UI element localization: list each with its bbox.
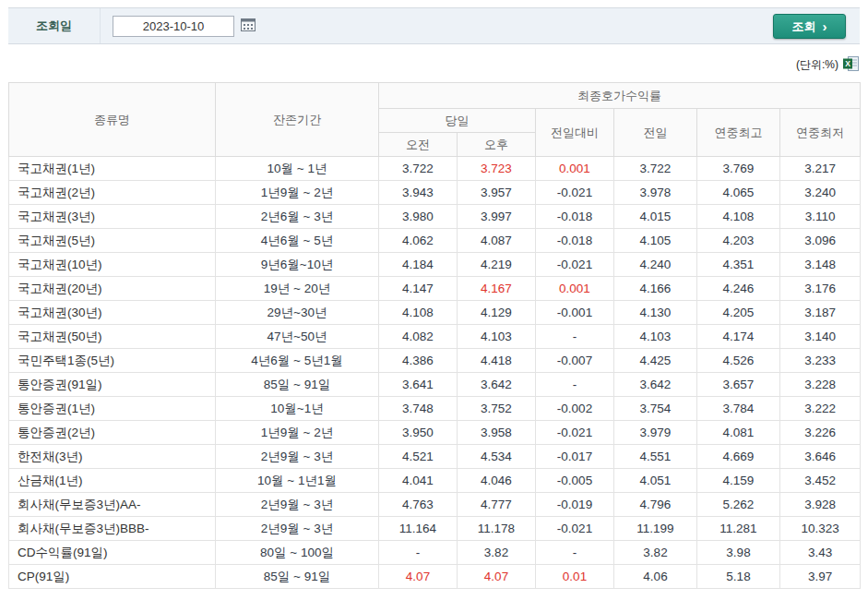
cell-prev-day: 3.82 [614,541,697,565]
calendar-icon [241,18,256,34]
cell-prev-day: 4.240 [614,253,697,277]
cell-pm-yield: 3.958 [458,421,536,445]
cell-am-yield: 11.164 [379,517,458,541]
cell-prev-day: 4.425 [614,349,697,373]
cell-am-yield: 4.07 [379,565,458,589]
table-row: 통안증권(1년)10월~1년3.7483.752-0.0023.7543.784… [9,397,861,421]
cell-am-yield: 3.722 [379,157,458,181]
table-row: 국고채권(10년)9년6월~10년4.1844.219-0.0214.2404.… [9,253,861,277]
col-header-low: 연중최저 [780,109,861,157]
cell-year-high: 4.159 [697,469,780,493]
cell-day-change: -0.021 [536,181,614,205]
cell-year-high: 3.769 [697,157,780,181]
cell-year-high: 11.281 [697,517,780,541]
cell-maturity: 1년9월 ~ 2년 [216,421,379,445]
unit-label: (단위:%) [796,57,838,73]
cell-day-change: -0.007 [536,349,614,373]
cell-prev-day: 4.06 [614,565,697,589]
cell-prev-day: 4.551 [614,445,697,469]
cell-year-high: 3.98 [697,541,780,565]
cell-type-name: 국고채권(3년) [9,205,216,229]
cell-maturity: 2년9월 ~ 3년 [216,517,379,541]
cell-pm-yield: 4.129 [458,301,536,325]
cell-prev-day: 3.979 [614,421,697,445]
table-row: 국민주택1종(5년)4년6월 ~ 5년1월4.3864.418-0.0074.4… [9,349,861,373]
search-button-label: 조회 [792,18,816,35]
cell-year-high: 4.351 [697,253,780,277]
col-header-am: 오전 [379,133,458,157]
cell-prev-day: 3.642 [614,373,697,397]
date-label: 조회일 [8,18,100,34]
cell-prev-day: 4.015 [614,205,697,229]
cell-am-yield: 3.980 [379,205,458,229]
cell-am-yield: 4.386 [379,349,458,373]
col-header-change: 전일대비 [536,109,614,157]
cell-year-low: 3.217 [780,157,861,181]
cell-day-change: - [536,373,614,397]
table-body: 국고채권(1년)10월 ~ 1년3.7223.7230.0013.7223.76… [9,157,861,589]
cell-type-name: 통안증권(91일) [9,373,216,397]
cell-day-change: 0.001 [536,277,614,301]
cell-prev-day: 4.166 [614,277,697,301]
cell-type-name: 국고채권(5년) [9,229,216,253]
yield-table: 종류명 잔존기간 최종호가수익률 당일 전일대비 전일 연중최고 연중최저 오전… [8,82,861,589]
search-button[interactable]: 조회 › [773,14,846,39]
cell-type-name: 국고채권(20년) [9,277,216,301]
cell-day-change: -0.005 [536,469,614,493]
cell-year-low: 3.187 [780,301,861,325]
cell-year-low: 3.452 [780,469,861,493]
cell-day-change: - [536,325,614,349]
cell-day-change: -0.019 [536,493,614,517]
cell-am-yield: 3.748 [379,397,458,421]
cell-year-low: 3.97 [780,565,861,589]
cell-year-high: 4.203 [697,229,780,253]
cell-pm-yield: 3.82 [458,541,536,565]
col-header-today: 당일 [379,109,536,133]
cell-pm-yield: 3.752 [458,397,536,421]
cell-day-change: 0.001 [536,157,614,181]
cell-type-name: 국민주택1종(5년) [9,349,216,373]
cell-day-change: - [536,541,614,565]
toolbar-divider [100,8,101,43]
date-input[interactable] [113,16,234,37]
cell-maturity: 2년9월 ~ 3년 [216,493,379,517]
cell-day-change: -0.021 [536,517,614,541]
cell-maturity: 80일 ~ 100일 [216,541,379,565]
cell-day-change: -0.021 [536,421,614,445]
table-row: 회사채(무보증3년)AA-2년9월 ~ 3년4.7634.777-0.0194.… [9,493,861,517]
cell-year-low: 3.110 [780,205,861,229]
cell-maturity: 85일 ~ 91일 [216,565,379,589]
cell-maturity: 10월~1년 [216,397,379,421]
unit-row: (단위:%) X [9,55,859,74]
table-row: CD수익률(91일)80일 ~ 100일-3.82-3.823.983.43 [9,541,861,565]
cell-year-low: 3.646 [780,445,861,469]
cell-year-high: 4.669 [697,445,780,469]
cell-am-yield: 4.108 [379,301,458,325]
cell-am-yield: 4.062 [379,229,458,253]
cell-pm-yield: 3.957 [458,181,536,205]
cell-year-high: 4.174 [697,325,780,349]
cell-prev-day: 3.722 [614,157,697,181]
table-row: 국고채권(2년)1년9월 ~ 2년3.9433.957-0.0213.9784.… [9,181,861,205]
excel-download-button[interactable]: X [843,56,859,74]
cell-day-change: -0.018 [536,229,614,253]
cell-maturity: 1년9월 ~ 2년 [216,181,379,205]
cell-maturity: 2년6월 ~ 3년 [216,205,379,229]
col-header-type: 종류명 [9,83,216,157]
cell-maturity: 4년6월 ~ 5년 [216,229,379,253]
cell-type-name: 회사채(무보증3년)AA- [9,493,216,517]
cell-type-name: 통안증권(1년) [9,397,216,421]
cell-type-name: CP(91일) [9,565,216,589]
cell-maturity: 10월 ~ 1년1월 [216,469,379,493]
cell-pm-yield: 11.178 [458,517,536,541]
cell-am-yield: 4.184 [379,253,458,277]
col-header-group: 최종호가수익률 [379,83,861,109]
table-row: 국고채권(30년)29년~30년4.1084.129-0.0014.1304.2… [9,301,861,325]
cell-maturity: 2년9월 ~ 3년 [216,445,379,469]
cell-year-high: 4.246 [697,277,780,301]
cell-prev-day: 4.796 [614,493,697,517]
cell-am-yield: - [379,541,458,565]
chevron-right-icon: › [823,19,827,33]
cell-prev-day: 4.103 [614,325,697,349]
calendar-button[interactable] [241,18,256,34]
